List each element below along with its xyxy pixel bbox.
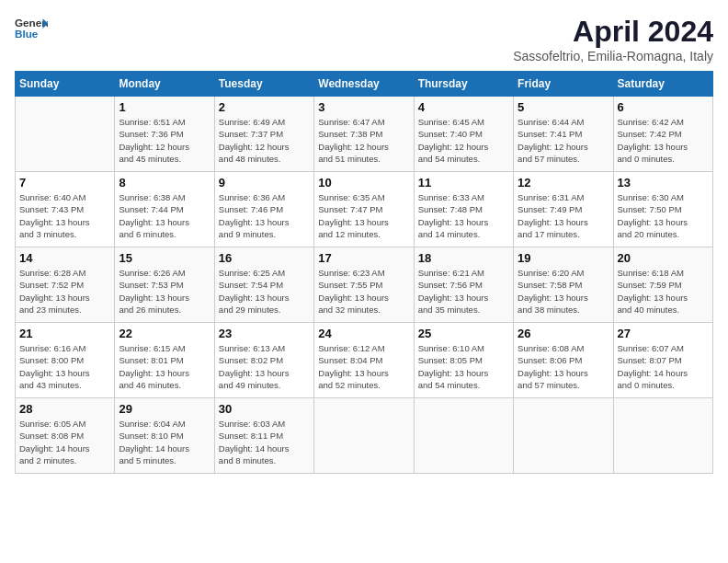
day-cell: 27Sunrise: 6:07 AMSunset: 8:07 PMDayligh… [613,323,712,398]
weekday-header-row: SundayMondayTuesdayWednesdayThursdayFrid… [16,72,713,97]
day-cell: 2Sunrise: 6:49 AMSunset: 7:37 PMDaylight… [214,97,313,172]
day-cell: 20Sunrise: 6:18 AMSunset: 7:59 PMDayligh… [613,247,712,323]
day-number: 5 [518,100,609,114]
day-cell: 24Sunrise: 6:12 AMSunset: 8:04 PMDayligh… [314,323,414,398]
day-number: 4 [418,100,509,114]
day-cell: 25Sunrise: 6:10 AMSunset: 8:05 PMDayligh… [414,323,513,398]
weekday-header-thursday: Thursday [414,72,513,97]
day-number: 24 [318,327,409,340]
day-number: 22 [119,327,210,340]
title-area: April 2024 Sassofeltrio, Emilia-Romagna,… [513,15,713,63]
day-info: Sunrise: 6:21 AMSunset: 7:56 PMDaylight:… [418,267,509,316]
logo-icon: General Blue [15,15,48,42]
day-cell: 12Sunrise: 6:31 AMSunset: 7:49 PMDayligh… [514,172,613,247]
month-title: April 2024 [513,15,713,49]
day-number: 30 [219,402,310,416]
day-number: 1 [119,100,210,114]
day-info: Sunrise: 6:07 AMSunset: 8:07 PMDaylight:… [618,342,709,391]
day-info: Sunrise: 6:16 AMSunset: 8:00 PMDaylight:… [19,342,110,391]
day-cell [314,398,414,474]
day-cell: 29Sunrise: 6:04 AMSunset: 8:10 PMDayligh… [115,398,214,474]
day-info: Sunrise: 6:40 AMSunset: 7:43 PMDaylight:… [19,191,110,240]
day-info: Sunrise: 6:13 AMSunset: 8:02 PMDaylight:… [219,342,310,391]
day-info: Sunrise: 6:42 AMSunset: 7:42 PMDaylight:… [618,116,709,165]
svg-text:Blue: Blue [15,28,39,40]
day-cell [414,398,513,474]
day-number: 19 [518,251,609,265]
day-number: 23 [219,327,310,340]
day-info: Sunrise: 6:03 AMSunset: 8:11 PMDaylight:… [219,418,310,466]
day-info: Sunrise: 6:10 AMSunset: 8:05 PMDaylight:… [418,342,509,391]
day-number: 18 [418,251,509,265]
day-cell: 10Sunrise: 6:35 AMSunset: 7:47 PMDayligh… [314,172,414,247]
day-number: 12 [518,176,609,190]
week-row-5: 28Sunrise: 6:05 AMSunset: 8:08 PMDayligh… [16,398,713,474]
weekday-header-wednesday: Wednesday [314,72,414,97]
day-cell: 19Sunrise: 6:20 AMSunset: 7:58 PMDayligh… [514,247,613,323]
header: General Blue April 2024 Sassofeltrio, Em… [15,15,713,63]
week-row-4: 21Sunrise: 6:16 AMSunset: 8:00 PMDayligh… [16,323,713,398]
day-cell: 9Sunrise: 6:36 AMSunset: 7:46 PMDaylight… [214,172,313,247]
day-number: 25 [418,327,509,340]
day-cell: 13Sunrise: 6:30 AMSunset: 7:50 PMDayligh… [613,172,712,247]
weekday-header-tuesday: Tuesday [214,72,313,97]
day-info: Sunrise: 6:04 AMSunset: 8:10 PMDaylight:… [119,418,210,466]
day-info: Sunrise: 6:12 AMSunset: 8:04 PMDaylight:… [318,342,409,391]
day-number: 6 [618,100,709,114]
weekday-header-sunday: Sunday [16,72,115,97]
day-info: Sunrise: 6:08 AMSunset: 8:06 PMDaylight:… [518,342,609,391]
day-cell: 22Sunrise: 6:15 AMSunset: 8:01 PMDayligh… [115,323,214,398]
day-number: 7 [19,176,110,190]
day-number: 10 [318,176,409,190]
day-number: 29 [119,402,210,416]
day-number: 9 [219,176,310,190]
day-cell: 15Sunrise: 6:26 AMSunset: 7:53 PMDayligh… [115,247,214,323]
day-cell: 14Sunrise: 6:28 AMSunset: 7:52 PMDayligh… [16,247,115,323]
day-number: 28 [19,402,110,416]
day-number: 17 [318,251,409,265]
day-info: Sunrise: 6:38 AMSunset: 7:44 PMDaylight:… [119,191,210,240]
day-cell [16,97,115,172]
day-info: Sunrise: 6:44 AMSunset: 7:41 PMDaylight:… [518,116,609,165]
weekday-header-friday: Friday [514,72,613,97]
day-number: 14 [19,251,110,265]
weekday-header-saturday: Saturday [613,72,712,97]
calendar-table: SundayMondayTuesdayWednesdayThursdayFrid… [15,71,713,474]
day-info: Sunrise: 6:30 AMSunset: 7:50 PMDaylight:… [618,191,709,240]
day-info: Sunrise: 6:20 AMSunset: 7:58 PMDaylight:… [518,267,609,316]
day-cell: 3Sunrise: 6:47 AMSunset: 7:38 PMDaylight… [314,97,414,172]
day-cell: 16Sunrise: 6:25 AMSunset: 7:54 PMDayligh… [214,247,313,323]
day-number: 8 [119,176,210,190]
day-cell: 8Sunrise: 6:38 AMSunset: 7:44 PMDaylight… [115,172,214,247]
day-info: Sunrise: 6:23 AMSunset: 7:55 PMDaylight:… [318,267,409,316]
day-number: 2 [219,100,310,114]
day-info: Sunrise: 6:33 AMSunset: 7:48 PMDaylight:… [418,191,509,240]
day-info: Sunrise: 6:26 AMSunset: 7:53 PMDaylight:… [119,267,210,316]
day-cell: 5Sunrise: 6:44 AMSunset: 7:41 PMDaylight… [514,97,613,172]
day-cell: 4Sunrise: 6:45 AMSunset: 7:40 PMDaylight… [414,97,513,172]
day-number: 27 [618,327,709,340]
day-cell: 18Sunrise: 6:21 AMSunset: 7:56 PMDayligh… [414,247,513,323]
day-cell: 17Sunrise: 6:23 AMSunset: 7:55 PMDayligh… [314,247,414,323]
day-number: 13 [618,176,709,190]
day-number: 3 [318,100,409,114]
day-cell: 26Sunrise: 6:08 AMSunset: 8:06 PMDayligh… [514,323,613,398]
day-info: Sunrise: 6:28 AMSunset: 7:52 PMDaylight:… [19,267,110,316]
day-cell: 11Sunrise: 6:33 AMSunset: 7:48 PMDayligh… [414,172,513,247]
day-cell: 23Sunrise: 6:13 AMSunset: 8:02 PMDayligh… [214,323,313,398]
day-info: Sunrise: 6:25 AMSunset: 7:54 PMDaylight:… [219,267,310,316]
week-row-1: 1Sunrise: 6:51 AMSunset: 7:36 PMDaylight… [16,97,713,172]
week-row-3: 14Sunrise: 6:28 AMSunset: 7:52 PMDayligh… [16,247,713,323]
day-number: 11 [418,176,509,190]
day-cell: 7Sunrise: 6:40 AMSunset: 7:43 PMDaylight… [16,172,115,247]
weekday-header-monday: Monday [115,72,214,97]
day-number: 26 [518,327,609,340]
day-number: 20 [618,251,709,265]
day-info: Sunrise: 6:51 AMSunset: 7:36 PMDaylight:… [119,116,210,165]
day-info: Sunrise: 6:15 AMSunset: 8:01 PMDaylight:… [119,342,210,391]
day-cell: 6Sunrise: 6:42 AMSunset: 7:42 PMDaylight… [613,97,712,172]
day-info: Sunrise: 6:45 AMSunset: 7:40 PMDaylight:… [418,116,509,165]
day-number: 16 [219,251,310,265]
day-info: Sunrise: 6:49 AMSunset: 7:37 PMDaylight:… [219,116,310,165]
logo: General Blue [15,15,48,42]
